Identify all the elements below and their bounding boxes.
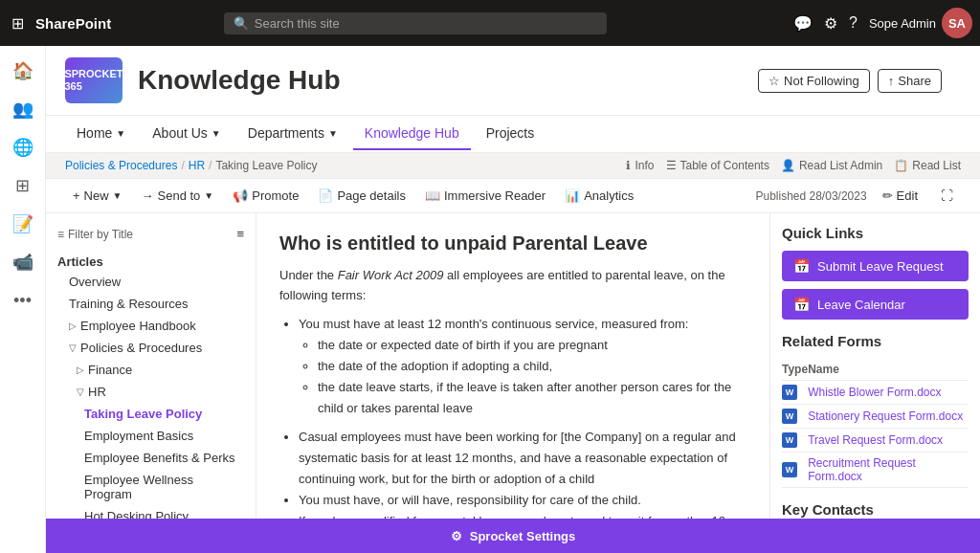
word-icon: W <box>782 462 797 477</box>
user-menu[interactable]: Sope Admin SA <box>869 8 972 38</box>
grid-icon[interactable]: ⊞ <box>8 11 28 36</box>
notes-icon[interactable]: 📝 <box>6 207 40 241</box>
topbar-right: 💬 ⚙ ? Sope Admin SA <box>793 8 972 38</box>
more-icon[interactable]: ••• <box>6 283 40 318</box>
articles-label: Articles <box>46 251 256 271</box>
leave-calendar-button[interactable]: 📅 Leave Calendar <box>782 289 969 320</box>
search-box: 🔍 <box>224 12 607 34</box>
nav-hr[interactable]: ▽ HR <box>46 381 256 403</box>
immersive-reader-button[interactable]: 📖 Immersive Reader <box>417 185 553 207</box>
chevron-icon: ▼ <box>116 128 125 139</box>
nav-employee-benefits[interactable]: Employee Benefits & Perks <box>46 447 256 469</box>
form-link[interactable]: Travel Request Form.docx <box>808 433 943 447</box>
site-nav: Home ▼ About Us ▼ Departments ▼ Knowledg… <box>46 115 980 152</box>
bullet-list-1: You must have at least 12 month's contin… <box>279 314 746 542</box>
breadcrumb: Policies & Procedures / HR / Taking Leav… <box>65 159 317 172</box>
video-icon[interactable]: 📹 <box>6 245 40 279</box>
breadcrumb-hr[interactable]: HR <box>189 159 205 172</box>
nav-home[interactable]: Home ▼ <box>65 118 137 150</box>
home-icon[interactable]: 🏠 <box>6 54 40 88</box>
nav-finance[interactable]: ▷ Finance <box>46 359 256 381</box>
published-date: Published 28/03/2023 <box>755 189 866 203</box>
breadcrumb-bar: Policies & Procedures / HR / Taking Leav… <box>46 153 980 179</box>
chat-icon[interactable]: 💬 <box>793 14 813 33</box>
avatar: SA <box>942 8 972 38</box>
analytics-icon: 📊 <box>565 188 580 203</box>
chevron-right-icon: ▷ <box>77 365 84 375</box>
nav-employee-handbook[interactable]: ▷ Employee Handbook <box>46 315 256 337</box>
key-contacts-title: Key Contacts <box>782 501 969 518</box>
filter-icon: ≡ <box>57 228 64 241</box>
calendar-icon: 📅 <box>793 258 810 274</box>
site-branding: SPROCKET 365 Knowledge Hub ☆ Not Followi… <box>46 46 980 115</box>
settings-icon[interactable]: ⚙ <box>824 14 837 33</box>
nav-wellness[interactable]: Employee Wellness Program <box>46 469 256 505</box>
edit-button[interactable]: ✏ Edit <box>875 185 925 207</box>
search-input[interactable] <box>255 16 597 31</box>
content-area: Who is entitled to unpaid Parental Leave… <box>256 213 769 542</box>
chevron-right-icon: ▷ <box>69 321 77 331</box>
info-action[interactable]: ℹ Info <box>626 159 654 172</box>
expand-button[interactable]: ⛶ <box>933 185 961 207</box>
breadcrumb-policies[interactable]: Policies & Procedures <box>65 159 177 172</box>
list-item: the date leave starts, if the leave is t… <box>318 377 746 419</box>
top-bar: ⊞ SharePoint 🔍 💬 ⚙ ? Sope Admin SA <box>0 0 980 46</box>
table-row: W Stationery Request Form.docx <box>782 405 969 429</box>
cmd-right: Published 28/03/2023 ✏ Edit ⛶ <box>755 185 961 207</box>
expand-icon: ⛶ <box>941 188 953 203</box>
table-row: W Travel Request Form.docx <box>782 429 969 453</box>
breadcrumb-current: Taking Leave Policy <box>215 159 317 172</box>
nav-overview[interactable]: Overview <box>46 271 256 293</box>
chevron-icon: ▼ <box>204 190 213 201</box>
help-icon[interactable]: ? <box>849 14 858 32</box>
site-title: Knowledge Hub <box>138 65 743 96</box>
chevron-down-icon: ▽ <box>77 387 84 397</box>
new-button[interactable]: + New ▼ <box>65 185 130 207</box>
page-details-icon: 📄 <box>318 188 333 203</box>
related-forms-title: Related Forms <box>782 333 969 349</box>
nav-departments[interactable]: Departments ▼ <box>236 118 349 150</box>
form-link[interactable]: Stationery Request Form.docx <box>808 409 963 423</box>
not-following-button[interactable]: ☆ Not Following <box>758 69 870 93</box>
send-icon: → <box>142 188 154 203</box>
logo-line2: 365 <box>64 80 122 93</box>
analytics-button[interactable]: 📊 Analytics <box>557 185 641 207</box>
nav-policies-procedures[interactable]: ▽ Policies & Procedures <box>46 337 256 359</box>
nav-training[interactable]: Training & Resources <box>46 293 256 315</box>
page-details-button[interactable]: 📄 Page details <box>310 185 413 207</box>
submit-leave-request-button[interactable]: 📅 Submit Leave Request <box>782 251 969 281</box>
name-column: Name <box>808 359 969 381</box>
people-icon[interactable]: 👥 <box>6 92 40 126</box>
sprocket-label: Sprocket Settings <box>470 529 576 543</box>
send-to-button[interactable]: → Send to ▼ <box>134 185 222 207</box>
type-column: Type <box>782 359 808 381</box>
search-icon: 🔍 <box>234 16 249 31</box>
list-view-icon[interactable]: ≡ <box>236 227 244 241</box>
left-sidebar: 🏠 👥 🌐 ⊞ 📝 📹 ••• <box>0 46 46 542</box>
list-item: You must have at least 12 month's contin… <box>299 314 746 335</box>
form-link[interactable]: Whistle Blower Form.docx <box>808 386 941 399</box>
nav-taking-leave[interactable]: Taking Leave Policy <box>46 403 256 425</box>
nav-employment-basics[interactable]: Employment Basics <box>46 425 256 447</box>
apps-icon[interactable]: ⊞ <box>6 168 40 203</box>
nav-knowledge-hub[interactable]: Knowledge Hub <box>353 118 471 150</box>
site-header-actions: ☆ Not Following ↑ Share <box>758 69 942 93</box>
read-list-admin-action[interactable]: 👤 Read List Admin <box>781 159 882 172</box>
filter-by-title-button[interactable]: ≡ Filter by Title <box>57 228 133 241</box>
list-item: Casual employees must have been working … <box>299 427 746 490</box>
cmd-buttons: + New ▼ → Send to ▼ 📢 Promote 📄 Page det… <box>65 185 641 207</box>
form-link[interactable]: Recruitment Request Form.docx <box>808 456 916 483</box>
nav-projects[interactable]: Projects <box>475 118 546 150</box>
promote-button[interactable]: 📢 Promote <box>225 185 306 207</box>
sprocket-settings-bar[interactable]: ⚙ Sprocket Settings <box>46 519 980 542</box>
article-nav-header: ≡ Filter by Title ≡ <box>46 221 256 247</box>
reader-icon: 📖 <box>425 188 440 203</box>
share-button[interactable]: ↑ Share <box>878 69 942 93</box>
globe-icon[interactable]: 🌐 <box>6 130 40 165</box>
read-list-action[interactable]: 📋 Read List <box>894 159 961 172</box>
sub-bullet-list: the date or expected date of birth if yo… <box>299 335 746 419</box>
app-name: SharePoint <box>35 15 111 32</box>
toc-action[interactable]: ☰ Table of Contents <box>666 159 769 172</box>
user-name: Sope Admin <box>869 16 936 31</box>
nav-about[interactable]: About Us ▼ <box>141 118 233 150</box>
